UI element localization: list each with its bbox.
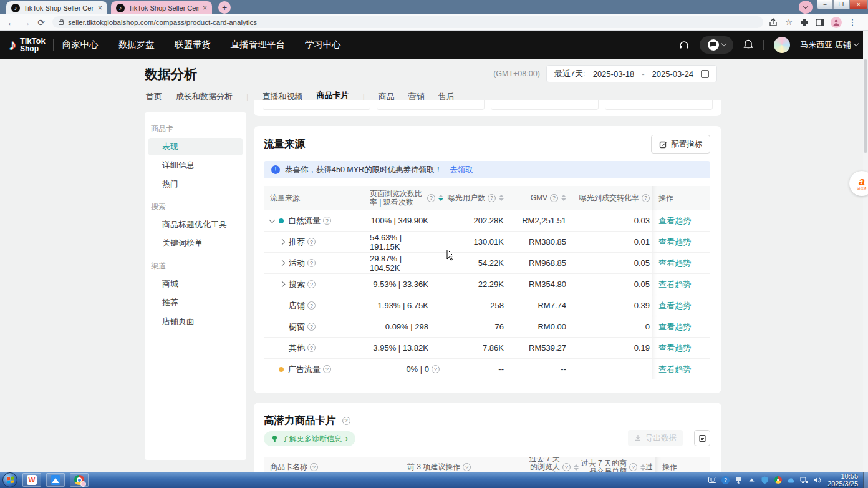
- help-icon[interactable]: ?: [307, 238, 316, 246]
- start-button[interactable]: [2, 472, 17, 487]
- chat-menu-button[interactable]: [700, 36, 733, 54]
- chrome-tray-icon[interactable]: [774, 476, 782, 484]
- chevron-down-icon[interactable]: [269, 217, 276, 223]
- help-icon[interactable]: ?: [310, 463, 318, 471]
- new-tab-button[interactable]: +: [218, 1, 231, 14]
- sidebar-item-keyword-ranking[interactable]: 关键词榜单: [148, 235, 243, 252]
- nav-live-platform[interactable]: 直播管理平台: [231, 39, 285, 51]
- vertical-scrollbar[interactable]: [863, 31, 868, 472]
- browser-menu-icon[interactable]: ⋮: [847, 17, 857, 27]
- nav-data-compass[interactable]: 数据罗盘: [118, 39, 155, 51]
- help-icon[interactable]: ?: [342, 417, 350, 425]
- report-sheet-button[interactable]: [694, 430, 710, 446]
- help-tray-icon[interactable]: ?: [721, 476, 730, 484]
- taskbar-chrome-icon[interactable]: [70, 473, 89, 487]
- show-hidden-icons-button[interactable]: [748, 476, 756, 484]
- side-panel-icon[interactable]: [815, 17, 825, 27]
- sidebar-item-trending[interactable]: 热门: [148, 175, 243, 193]
- help-icon[interactable]: ?: [307, 301, 316, 310]
- sort-icon[interactable]: [561, 195, 566, 201]
- tab-close-icon[interactable]: ×: [203, 4, 207, 12]
- store-avatar[interactable]: [774, 37, 790, 53]
- sort-icon[interactable]: [574, 464, 579, 471]
- cloud-sync-icon[interactable]: [787, 476, 795, 484]
- share-icon[interactable]: [768, 17, 778, 27]
- nav-seller-center[interactable]: 商家中心: [62, 39, 99, 51]
- help-icon[interactable]: ?: [642, 194, 650, 202]
- browser-tab-active[interactable]: ♪ TikTok Shop Seller Center | Cr ×: [6, 1, 107, 14]
- help-icon[interactable]: ?: [488, 194, 496, 202]
- security-shield-icon[interactable]: [761, 476, 769, 484]
- forward-button[interactable]: →: [19, 17, 34, 27]
- taskbar-wps-icon[interactable]: W: [22, 473, 41, 487]
- notifications-bell-icon[interactable]: [743, 39, 753, 50]
- nav-learning-center[interactable]: 学习中心: [305, 39, 341, 51]
- view-trend-link[interactable]: 查看趋势: [658, 279, 691, 290]
- configure-metrics-button[interactable]: 配置指标: [651, 135, 710, 154]
- support-headset-icon[interactable]: [678, 39, 690, 51]
- col-7day-views[interactable]: 过去 7 天的浏览人数 ?: [526, 457, 579, 472]
- diagnosis-link[interactable]: 了解更多诊断信息 ›: [264, 431, 355, 446]
- view-trend-link[interactable]: 查看趋势: [658, 215, 691, 227]
- help-icon[interactable]: ?: [307, 280, 316, 288]
- back-button[interactable]: ←: [4, 17, 19, 27]
- col-cvr[interactable]: 曝光到成交转化率 ?: [566, 186, 652, 210]
- view-trend-link[interactable]: 查看趋势: [658, 258, 691, 269]
- help-icon[interactable]: ?: [307, 344, 316, 352]
- col-pv-rate[interactable]: 页面浏览次数比率 | 观看次数 ?: [370, 186, 445, 210]
- claim-coupon-link[interactable]: 去领取: [450, 165, 473, 175]
- help-icon[interactable]: ?: [463, 463, 471, 471]
- tiktok-shop-logo[interactable]: ♪ TikTok Shop: [9, 36, 46, 54]
- scrollbar-thumb[interactable]: [864, 59, 867, 153]
- sort-icon[interactable]: [640, 464, 645, 471]
- help-icon[interactable]: ?: [427, 194, 435, 202]
- browser-tab-inactive[interactable]: ♪ TikTok Shop Seller Center | Cr ×: [111, 1, 212, 14]
- view-trend-link[interactable]: 查看趋势: [658, 300, 691, 311]
- help-icon[interactable]: ?: [307, 259, 316, 267]
- tab-close-icon[interactable]: ×: [98, 4, 102, 12]
- store-name[interactable]: 马来西亚 店铺: [800, 39, 851, 51]
- sort-icon[interactable]: [499, 195, 504, 201]
- sidebar-item-details[interactable]: 详细信息: [148, 157, 243, 174]
- export-data-button[interactable]: 导出数据: [628, 430, 683, 446]
- help-icon[interactable]: ?: [562, 463, 571, 471]
- view-trend-link[interactable]: 查看趋势: [658, 343, 691, 354]
- tab-search-button[interactable]: [799, 1, 813, 14]
- show-desktop-button[interactable]: [863, 472, 868, 488]
- help-icon[interactable]: ?: [432, 365, 440, 373]
- window-minimize-button[interactable]: –: [817, 0, 833, 9]
- sort-icon[interactable]: [438, 195, 443, 201]
- network-icon[interactable]: [800, 476, 808, 484]
- view-trend-link[interactable]: 查看趋势: [658, 237, 691, 248]
- view-trend-link[interactable]: 查看趋势: [658, 321, 691, 333]
- chevron-right-icon[interactable]: [279, 281, 286, 288]
- taskbar-clock[interactable]: 10:55 2025/3/25: [827, 472, 858, 487]
- window-close-button[interactable]: ×: [849, 0, 868, 9]
- sidebar-item-performance[interactable]: 表现: [148, 138, 243, 155]
- window-maximize-button[interactable]: ❐: [833, 0, 849, 9]
- nav-affiliate[interactable]: 联盟带货: [175, 39, 211, 51]
- tab-growth-analytics[interactable]: 成长和数据分析: [176, 91, 233, 107]
- col-exposed-users[interactable]: 曝光用户数 ?: [445, 186, 504, 210]
- chevron-right-icon[interactable]: [279, 239, 286, 245]
- sidebar-item-recommend[interactable]: 推荐: [148, 294, 243, 311]
- col-7day-gmv[interactable]: 过去 7 天的商品交易总额 ?: [579, 457, 645, 472]
- address-bar[interactable]: seller.tiktokglobalshop.com/compass/prod…: [52, 16, 763, 28]
- view-trend-link[interactable]: 查看趋势: [658, 364, 691, 375]
- help-icon[interactable]: ?: [550, 194, 558, 202]
- bookmark-star-icon[interactable]: ☆: [784, 17, 794, 27]
- sidebar-item-mall[interactable]: 商城: [148, 275, 243, 293]
- refresh-button[interactable]: ⟳: [34, 17, 49, 27]
- taskbar-mountain-app-icon[interactable]: [46, 473, 65, 487]
- usb-device-icon[interactable]: [735, 476, 743, 484]
- col-gmv[interactable]: GMV ?: [504, 186, 566, 210]
- sidebar-item-title-optimizer[interactable]: 商品标题优化工具: [148, 216, 243, 233]
- help-icon[interactable]: ?: [323, 365, 331, 373]
- volume-icon[interactable]: [813, 476, 821, 484]
- extensions-puzzle-icon[interactable]: [799, 17, 809, 27]
- ime-keyboard-icon[interactable]: [708, 476, 716, 484]
- chevron-right-icon[interactable]: [279, 260, 286, 266]
- help-icon[interactable]: ?: [629, 463, 637, 471]
- help-icon[interactable]: ?: [307, 323, 316, 331]
- sidebar-item-shop-page[interactable]: 店铺页面: [148, 313, 243, 330]
